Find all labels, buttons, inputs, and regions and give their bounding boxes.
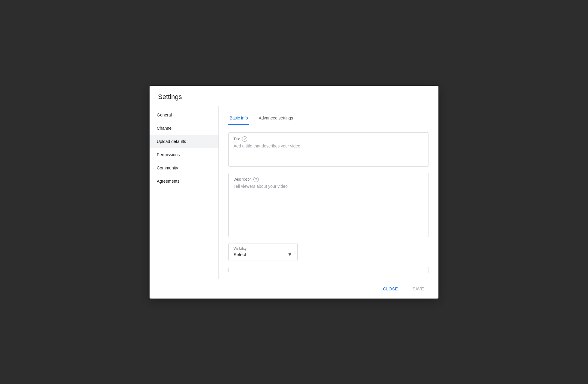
sidebar-item-general[interactable]: General — [150, 108, 218, 122]
close-button[interactable]: CLOSE — [377, 284, 404, 294]
sidebar-item-channel[interactable]: Channel — [150, 122, 218, 135]
visibility-label: Visibility — [234, 246, 292, 251]
visibility-value-row: Select ▼ — [234, 251, 292, 258]
description-label-row: Description ? — [234, 177, 424, 182]
modal-overlay: Settings General Channel Upload defaults… — [0, 0, 588, 384]
dialog-header: Settings — [150, 86, 438, 106]
description-label: Description — [234, 177, 252, 181]
title-input[interactable] — [234, 144, 424, 162]
title-label-row: Title ? — [234, 136, 424, 142]
title-field-box: Title ? — [228, 132, 429, 167]
main-content: Basic info Advanced settings Title ? — [219, 106, 438, 279]
sidebar-label-channel: Channel — [157, 126, 172, 131]
title-help-icon[interactable]: ? — [242, 136, 247, 142]
tab-basic-info[interactable]: Basic info — [228, 112, 249, 125]
tab-bar: Basic info Advanced settings — [228, 112, 429, 125]
sidebar-label-community: Community — [157, 166, 178, 170]
description-input[interactable] — [234, 184, 424, 232]
sidebar-item-permissions[interactable]: Permissions — [150, 148, 218, 161]
sidebar-label-permissions: Permissions — [157, 152, 180, 157]
settings-dialog: Settings General Channel Upload defaults… — [150, 86, 438, 299]
sidebar: General Channel Upload defaults Permissi… — [150, 106, 219, 279]
title-section: Title ? — [228, 132, 429, 167]
visibility-select[interactable]: Visibility Select ▼ — [228, 243, 298, 261]
sidebar-label-upload-defaults: Upload defaults — [157, 139, 186, 144]
dialog-body: General Channel Upload defaults Permissi… — [150, 106, 438, 279]
sidebar-label-agreements: Agreements — [157, 179, 179, 184]
dropdown-arrow-icon: ▼ — [287, 251, 292, 258]
description-field-box: Description ? — [228, 173, 429, 237]
partial-field-hint — [228, 267, 429, 273]
visibility-value: Select — [234, 252, 246, 257]
sidebar-item-community[interactable]: Community — [150, 161, 218, 175]
sidebar-item-agreements[interactable]: Agreements — [150, 175, 218, 188]
dialog-footer: CLOSE SAVE — [150, 279, 438, 299]
dialog-title: Settings — [158, 93, 430, 101]
description-help-icon[interactable]: ? — [253, 177, 259, 182]
sidebar-label-general: General — [157, 113, 172, 117]
save-button[interactable]: SAVE — [407, 284, 430, 294]
sidebar-item-upload-defaults[interactable]: Upload defaults — [150, 135, 218, 148]
tab-advanced-settings[interactable]: Advanced settings — [258, 112, 294, 125]
visibility-section: Visibility Select ▼ — [228, 243, 429, 261]
description-section: Description ? — [228, 173, 429, 237]
title-label: Title — [234, 137, 240, 141]
